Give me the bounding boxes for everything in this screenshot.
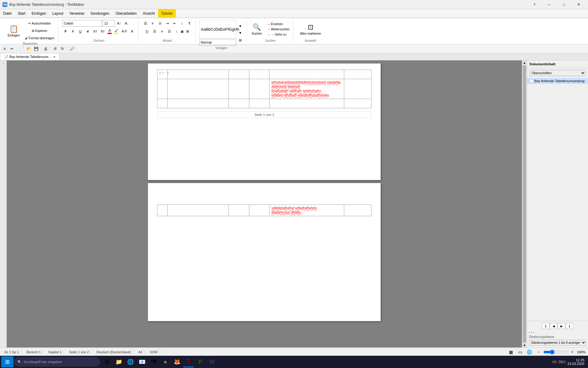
sort-button[interactable]: ↕ — [179, 20, 186, 27]
taskbar-app-textmaker[interactable]: T — [183, 356, 194, 367]
taskbar-search[interactable]: 🔍 Suchbegriff hier eingeben — [14, 357, 100, 366]
taskbar-app-maps[interactable]: 🗺 — [148, 356, 159, 367]
table-cell[interactable] — [228, 99, 249, 108]
start-button[interactable]: ⊞ — [1, 356, 13, 367]
taskbar-app-chrome[interactable]: ● — [160, 356, 171, 367]
borders-button[interactable]: ⊞ — [184, 28, 191, 35]
table-cell-content[interactable]: gfhhghghgidfghghjhffgfgfbghnhjnhhhgnh ed… — [270, 79, 344, 99]
table-cell[interactable] — [344, 79, 371, 99]
taskbar-app-mail[interactable]: 📧 — [137, 356, 148, 367]
nav-next-next-button[interactable]: ⟫ — [566, 323, 573, 329]
menu-tabelle[interactable]: Tabelle — [158, 9, 176, 17]
strikethrough-button[interactable]: d — [84, 28, 91, 35]
outline-list-button[interactable]: ☵ — [157, 20, 164, 27]
scroll-thumb[interactable] — [523, 65, 526, 343]
table-cell[interactable] — [157, 79, 168, 99]
view-layout-button[interactable]: ▭ — [517, 349, 524, 355]
font-grow-button[interactable]: A↑ — [115, 20, 123, 27]
ruler-icon[interactable]: ↕ — [2, 62, 4, 65]
menu-einfuegen[interactable]: Einfügen — [28, 9, 49, 17]
uppercase-button[interactable]: A — [129, 28, 136, 35]
table-cell[interactable] — [168, 205, 229, 216]
doc-tab-active[interactable]: 📝 Bsp fehlende Tabellenumr... × — [0, 53, 59, 60]
toolbar-new-button[interactable]: 📄 — [18, 45, 25, 52]
table-cell[interactable] — [249, 79, 270, 99]
toolbar-menu-button[interactable]: ≡ — [1, 45, 8, 52]
style-up-button[interactable]: ▲ — [237, 22, 244, 29]
table-cell[interactable] — [249, 205, 270, 216]
nav-next-button[interactable]: ▶ — [558, 323, 565, 329]
table-cell[interactable] — [228, 205, 249, 216]
toolbar-zoom-button[interactable]: 🔎 — [69, 45, 75, 52]
toolbar-redo-button[interactable]: ↻ — [59, 45, 66, 52]
goto-button[interactable]: → → Gehe zu — [266, 33, 291, 36]
table-cell[interactable] — [228, 79, 249, 99]
zoom-out-button[interactable]: − — [535, 349, 542, 355]
table-cell[interactable] — [228, 70, 249, 79]
toolbar-open-button[interactable]: 📂 — [25, 45, 32, 52]
copy-button[interactable]: ⧉ Kopieren — [23, 27, 56, 34]
align-left-button[interactable]: ⬱ — [144, 28, 151, 35]
select-all-button[interactable]: ⊡ Alles markieren — [297, 22, 324, 37]
font-color-button[interactable]: A — [107, 29, 113, 34]
pilcrow-button[interactable]: ¶ — [186, 20, 193, 27]
right-panel-checkbox[interactable] — [530, 79, 533, 83]
table-cell[interactable] — [249, 99, 270, 108]
table-cell[interactable] — [168, 99, 229, 108]
font-size-input[interactable] — [103, 20, 115, 27]
taskbar-time[interactable]: 11:25 23.03.2020 — [567, 358, 584, 366]
maximize-button[interactable]: □ — [557, 0, 571, 9]
help-button[interactable]: ? — [527, 0, 541, 9]
indent-increase-button[interactable]: ⇥ — [164, 20, 171, 27]
table-cell[interactable] — [157, 205, 168, 216]
page2-table[interactable]: sdfgfdghgfhgfhgf sdfggfhgfhgfghn dfggfgh… — [157, 205, 371, 216]
table-cell[interactable] — [168, 70, 229, 79]
font-selector[interactable] — [62, 20, 102, 27]
menu-layout[interactable]: Layout — [49, 9, 66, 17]
align-right-button[interactable]: ≡ — [159, 28, 165, 35]
shading-button[interactable]: ▦ — [181, 30, 183, 33]
align-center-button[interactable]: ☰ — [151, 28, 158, 35]
font-shrink-button[interactable]: A↓ — [123, 20, 130, 27]
scroll-up-button[interactable]: ▲ — [522, 60, 527, 65]
menu-sendungen[interactable]: Sendungen — [87, 9, 112, 17]
menu-datei[interactable]: Datei — [0, 9, 15, 17]
taskbar-app-task-view[interactable]: ⧉ — [102, 356, 113, 367]
highlight-button[interactable]: 🖊 — [113, 29, 119, 34]
outline-level-select[interactable]: Gliederungsebenen 1 bis 9 anzeigen — [529, 340, 586, 346]
close-button[interactable]: ✕ — [571, 0, 586, 9]
toolbar-save-button[interactable]: 💾 — [33, 45, 40, 52]
table-cell[interactable] — [344, 99, 371, 108]
replace-button[interactable]: ↔ Ersetzen — [266, 22, 291, 26]
taskbar-app-files[interactable]: 📁 — [113, 356, 124, 367]
paste-button[interactable]: 📋 Einfügen — [5, 23, 22, 39]
toolbar-print-button[interactable]: 🖨 — [42, 45, 49, 52]
numbering-button[interactable]: ≡ — [149, 20, 156, 27]
justify-button[interactable]: ☰ — [166, 28, 173, 35]
taskbar-app-firefox[interactable]: 🦊 — [172, 356, 183, 367]
menu-verweise[interactable]: Verweise — [66, 9, 88, 17]
menu-ansicht[interactable]: Ansicht — [140, 9, 158, 17]
doc-tab-close[interactable]: × — [54, 55, 55, 59]
clear-format-button[interactable]: A↺ — [120, 28, 128, 35]
table-cell[interactable] — [344, 70, 371, 79]
format-painter-button[interactable]: 🖌 Format übertragen — [23, 35, 56, 41]
menu-start[interactable]: Start — [15, 9, 28, 17]
right-panel-dropdown[interactable]: Überschriften — [530, 70, 586, 76]
search-button[interactable]: 🔍 Suchen — [250, 22, 264, 37]
toolbar-undo2-button[interactable]: ↺ — [52, 45, 58, 52]
table-cell[interactable] — [270, 99, 344, 108]
view-normal-button[interactable]: ▦ — [508, 349, 514, 355]
subscript-button[interactable]: X2 — [92, 28, 98, 35]
indent-decrease-button[interactable]: ⇤ — [172, 20, 178, 27]
page1-table[interactable]: gfhhghghgidfghghjhffgfgfbghnhjnhhhgnh ed… — [157, 70, 371, 108]
taskbar-app-word[interactable]: W — [206, 356, 217, 367]
style-preview[interactable]: AaBbCcDdEeFfGgHh — [199, 20, 236, 38]
bullets-button[interactable]: ☰ — [142, 20, 149, 27]
zoom-slider[interactable] — [543, 350, 568, 355]
view-web-button[interactable]: 🌐 — [526, 349, 533, 355]
table-cell[interactable] — [168, 79, 229, 99]
table-cell[interactable] — [157, 99, 168, 108]
nav-prev-prev-button[interactable]: ⟪ — [542, 323, 549, 329]
taskbar-app-planning[interactable]: P — [195, 356, 206, 367]
